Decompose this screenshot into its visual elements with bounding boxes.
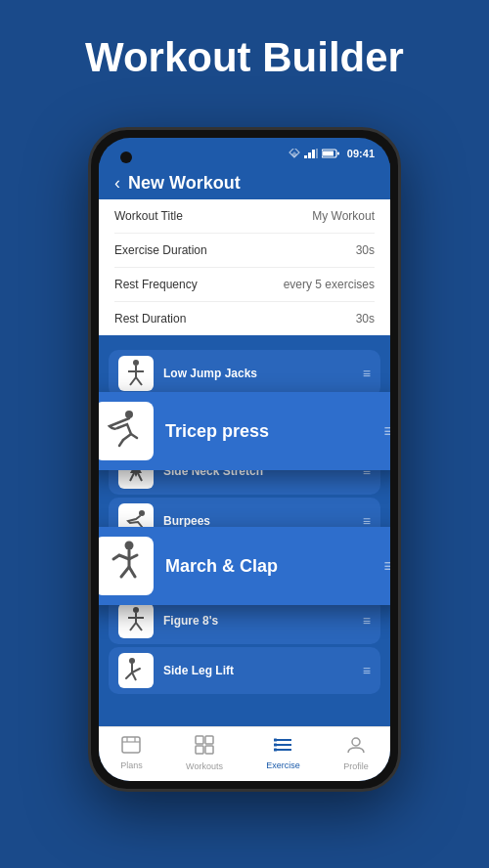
setting-value: 30s (356, 243, 375, 257)
exercise-name: Burpees (163, 514, 353, 528)
nav-label: Exercise (266, 760, 300, 770)
svg-point-25 (133, 607, 139, 613)
nav-item-workouts[interactable]: Workouts (186, 735, 223, 771)
setting-label: Exercise Duration (114, 243, 207, 257)
back-button[interactable]: ‹ (114, 173, 120, 194)
exercise-item-tricep-press-floating[interactable]: Tricep press ≡ (99, 392, 390, 470)
battery-icon (322, 149, 339, 158)
setting-label: Workout Title (114, 209, 183, 223)
setting-value: My Workout (312, 209, 375, 223)
page-header: Workout Builder (0, 0, 489, 100)
svg-line-17 (138, 473, 142, 481)
profile-icon (346, 735, 366, 760)
nav-item-profile[interactable]: Profile (343, 735, 369, 771)
svg-rect-33 (122, 737, 140, 753)
svg-point-32 (125, 541, 134, 549)
setting-label: Rest Duration (114, 312, 186, 326)
exercise-item-side-leg-lift[interactable]: Side Leg Lift ≡ (109, 647, 380, 694)
svg-rect-46 (274, 749, 277, 752)
exercise-icon (274, 736, 293, 759)
setting-exercise-duration[interactable]: Exercise Duration 30s (114, 234, 375, 268)
setting-workout-title[interactable]: Workout Title My Workout (114, 199, 375, 234)
svg-line-28 (130, 623, 136, 630)
svg-point-47 (352, 738, 360, 746)
svg-rect-39 (196, 746, 203, 754)
svg-rect-8 (337, 152, 339, 155)
svg-rect-2 (304, 155, 307, 158)
svg-rect-4 (312, 150, 315, 158)
setting-rest-duration[interactable]: Rest Duration 30s (114, 302, 375, 335)
figure-8s-icon (120, 605, 152, 636)
exercise-list-inner: Low Jump Jacks ≡ (99, 343, 390, 701)
bottom-nav: Plans Workouts (99, 726, 390, 781)
exercise-name: Low Jump Jacks (163, 367, 353, 380)
exercise-name-floating: Tricep press (165, 421, 372, 442)
drag-handle-icon[interactable]: ≡ (363, 663, 371, 678)
svg-rect-38 (205, 736, 213, 744)
drag-handle-icon[interactable]: ≡ (383, 421, 390, 442)
drag-handle-icon[interactable]: ≡ (383, 556, 390, 577)
svg-line-29 (136, 623, 142, 630)
exercise-item-march-clap-floating[interactable]: March & Clap ≡ (99, 527, 390, 605)
setting-value: every 5 exercises (284, 278, 375, 291)
nav-label: Workouts (186, 761, 223, 771)
nav-label: Plans (120, 760, 143, 770)
exercise-name-floating: March & Clap (165, 556, 372, 577)
plans-icon (121, 736, 141, 759)
workouts-icon (195, 735, 214, 760)
setting-rest-frequency[interactable]: Rest Frequency every 5 exercises (114, 268, 375, 302)
phone-navbar: ‹ New Workout (99, 163, 390, 199)
svg-line-16 (130, 473, 134, 481)
svg-line-13 (136, 377, 142, 385)
settings-section: Workout Title My Workout Exercise Durati… (99, 199, 390, 335)
signal-icons (289, 149, 339, 158)
svg-rect-44 (274, 739, 277, 742)
plans-svg-icon (121, 736, 141, 754)
setting-value: 30s (356, 312, 375, 326)
svg-rect-40 (205, 746, 213, 754)
svg-rect-45 (274, 744, 277, 747)
exercise-thumb (118, 603, 154, 638)
svg-line-31 (132, 673, 136, 680)
exercise-item-low-jump-jacks[interactable]: Low Jump Jacks ≡ (109, 350, 380, 397)
low-jump-jacks-icon (120, 358, 152, 389)
nav-item-exercise[interactable]: Exercise (266, 736, 300, 770)
drag-handle-icon[interactable]: ≡ (363, 366, 371, 381)
march-clap-large-icon (100, 540, 149, 593)
nav-label: Profile (343, 761, 369, 771)
phone-screen: 09:41 ‹ New Workout Workout Title My Wor… (99, 138, 390, 781)
screen-title: New Workout (128, 173, 241, 194)
status-bar: 09:41 (99, 138, 390, 163)
svg-marker-0 (291, 152, 297, 157)
svg-rect-3 (308, 152, 311, 158)
exercise-name: Figure 8's (163, 614, 353, 628)
workouts-svg-icon (195, 735, 214, 755)
tricep-press-icon (100, 407, 149, 456)
profile-svg-icon (346, 735, 366, 755)
setting-label: Rest Frequency (114, 278, 198, 291)
exercise-name: Side Leg Lift (163, 664, 353, 677)
page-title: Workout Builder (29, 35, 460, 80)
svg-rect-37 (196, 736, 203, 744)
signal-icon (304, 149, 318, 158)
side-leg-lift-icon (120, 655, 152, 686)
exercise-svg-icon (274, 736, 293, 754)
status-time: 09:41 (347, 148, 375, 159)
nav-item-plans[interactable]: Plans (120, 736, 143, 770)
exercise-thumb-large (99, 402, 154, 460)
drag-handle-icon[interactable]: ≡ (363, 613, 371, 629)
exercise-thumb (118, 356, 154, 391)
exercise-thumb (118, 653, 154, 688)
exercise-thumb-large (99, 537, 154, 595)
svg-point-9 (133, 360, 139, 366)
phone-mockup: 09:41 ‹ New Workout Workout Title My Wor… (88, 127, 401, 792)
svg-line-12 (130, 377, 136, 385)
camera-hole (120, 152, 132, 163)
svg-rect-5 (316, 149, 318, 158)
svg-rect-7 (323, 152, 333, 156)
wifi-icon (289, 149, 300, 158)
exercise-list: Low Jump Jacks ≡ (99, 343, 390, 701)
